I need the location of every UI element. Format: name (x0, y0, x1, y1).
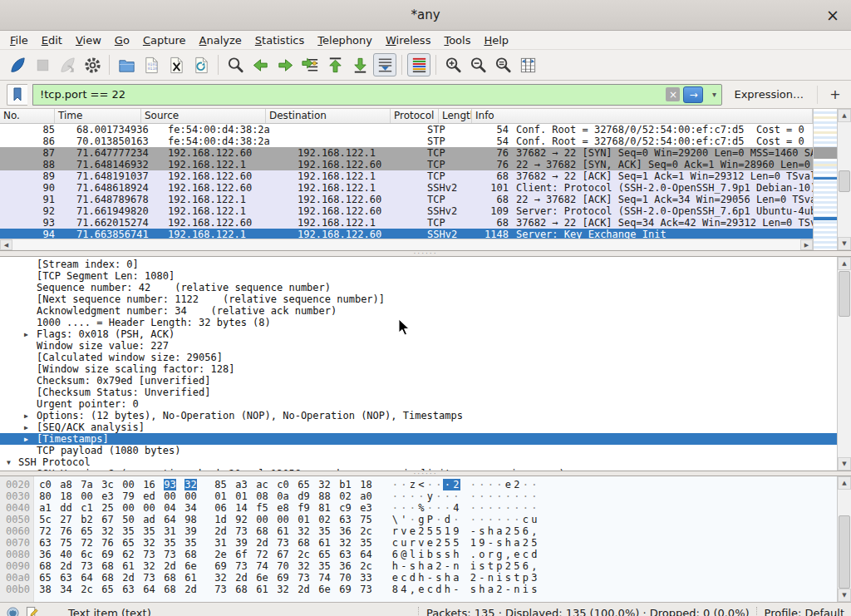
hex-byte[interactable]: 00 (143, 502, 155, 514)
hex-byte[interactable]: a1 (39, 502, 52, 514)
packet-minimap[interactable] (813, 109, 837, 250)
menu-item-view[interactable]: View (69, 32, 108, 48)
go-back-button[interactable] (248, 53, 272, 76)
hex-ascii[interactable]: \'·gP·d·······cu (391, 514, 539, 525)
hex-byte[interactable]: 73 (81, 560, 93, 572)
display-filter-input[interactable]: × → ▾ (32, 84, 722, 106)
hex-byte[interactable]: 68 (235, 584, 248, 595)
hex-byte[interactable]: 73 (235, 525, 248, 537)
hex-byte[interactable]: 61 (318, 537, 331, 549)
hex-byte[interactable]: 5c (39, 514, 52, 525)
hex-row-00a0[interactable]: 00a0656364682d736861322d6e6973747033ecdh… (0, 572, 837, 584)
capture-options-button[interactable] (81, 53, 104, 76)
hex-byte[interactable]: 04 (164, 502, 176, 514)
hex-byte[interactable]: 79 (122, 490, 135, 502)
hex-ascii[interactable]: ecdh-sha2-nistp3 (391, 572, 539, 584)
hex-byte[interactable]: 35 (318, 525, 331, 537)
hex-byte[interactable]: 64 (81, 572, 93, 584)
hex-row-0040[interactable]: 0040a1ddc125000004340614f5e8f981c9e3···%… (0, 502, 837, 514)
detail-line[interactable]: Window size value: 227 (0, 340, 837, 352)
hex-byte[interactable]: 00 (164, 490, 176, 502)
hex-byte[interactable]: 68 (39, 560, 52, 572)
packet-row-86[interactable]: 8670.013850163fe:54:00:d4:38:2aSTP54Conf… (0, 136, 813, 147)
hex-byte[interactable]: 31 (164, 525, 176, 537)
expand-icon[interactable]: ▶ (24, 469, 28, 471)
hex-byte[interactable]: 63 (339, 514, 352, 525)
menu-item-edit[interactable]: Edit (35, 32, 69, 48)
menu-item-tools[interactable]: Tools (437, 32, 477, 48)
detail-line[interactable]: ▶[SEQ/ACK analysis] (0, 421, 837, 433)
filter-bookmark-button[interactable] (7, 84, 27, 106)
menu-item-telephony[interactable]: Telephony (311, 32, 379, 48)
hex-byte[interactable]: 69 (214, 560, 227, 572)
hex-byte[interactable]: 00 (122, 502, 135, 514)
hex-byte[interactable]: 3c (101, 479, 114, 490)
hex-byte[interactable]: 08 (256, 490, 268, 502)
packet-list-vscrollbar[interactable]: ▲ ▼ (837, 109, 851, 250)
menu-item-wireless[interactable]: Wireless (379, 32, 437, 48)
menu-item-analyze[interactable]: Analyze (193, 32, 248, 48)
hex-byte[interactable]: 64 (143, 584, 155, 595)
colorize-button[interactable] (407, 53, 430, 76)
menu-item-statistics[interactable]: Statistics (248, 32, 311, 48)
hex-byte[interactable]: 61 (277, 525, 289, 537)
detail-line[interactable]: Urgent pointer: 0 (0, 398, 837, 410)
detail-line[interactable]: [Checksum Status: Unverified] (0, 387, 837, 398)
hex-byte[interactable]: b1 (339, 479, 352, 490)
hex-byte[interactable]: 36 (39, 549, 52, 560)
packet-list-hscrollbar[interactable]: ◀ ▶ (0, 239, 813, 250)
hex-row-0090[interactable]: 0090682d736861322d6e697374703235362ch-sh… (0, 560, 837, 572)
hex-byte[interactable]: 73 (277, 537, 289, 549)
hex-byte[interactable]: 33 (360, 572, 372, 584)
hex-byte[interactable]: 76 (60, 525, 72, 537)
hex-byte[interactable]: 39 (184, 525, 197, 537)
hex-byte[interactable]: 6c (81, 549, 93, 560)
packet-list-header[interactable]: No.TimeSourceDestinationProtocolLengthIn… (0, 109, 813, 124)
hex-byte[interactable]: 65 (122, 537, 135, 549)
hex-byte[interactable]: 98 (184, 514, 197, 525)
hex-byte[interactable]: 93 (164, 479, 176, 490)
file-open-button[interactable] (115, 53, 138, 76)
hex-byte[interactable]: dd (60, 502, 72, 514)
menu-item-go[interactable]: Go (108, 32, 136, 48)
hex-dump[interactable]: 0020c0a87a3c0016933285a3acc06532b118··z<… (0, 476, 837, 602)
hex-byte[interactable]: 81 (318, 502, 331, 514)
hex-byte[interactable]: 2c (81, 584, 93, 595)
column-header-length[interactable]: Length (439, 109, 472, 123)
menu-item-capture[interactable]: Capture (136, 32, 193, 48)
hex-byte[interactable]: 32 (214, 572, 227, 584)
hex-byte[interactable]: 69 (277, 572, 289, 584)
hex-byte[interactable]: 68 (298, 537, 310, 549)
zoom-out-button[interactable] (466, 53, 489, 76)
hex-byte[interactable]: a8 (60, 479, 72, 490)
hex-byte[interactable]: 34 (184, 502, 197, 514)
vscroll-thumb[interactable] (839, 271, 850, 317)
hex-byte[interactable]: 6e (256, 572, 268, 584)
zoom-100-button[interactable] (491, 53, 514, 76)
hex-byte[interactable]: 72 (256, 549, 268, 560)
hex-byte[interactable]: e3 (360, 502, 372, 514)
hex-byte[interactable]: 0a (277, 490, 289, 502)
hex-byte[interactable]: 32 (318, 479, 331, 490)
hex-byte[interactable]: ad (143, 514, 155, 525)
hex-byte[interactable]: 35 (122, 525, 135, 537)
hex-byte[interactable]: 6e (184, 560, 197, 572)
file-close-button[interactable] (165, 53, 188, 76)
find-packet-button[interactable] (224, 53, 247, 76)
hex-byte[interactable]: 67 (101, 514, 114, 525)
zoom-in-button[interactable] (441, 53, 465, 76)
hex-ascii[interactable]: ····y··········· (391, 490, 539, 502)
hex-byte[interactable]: 18 (360, 479, 372, 490)
scroll-up-icon[interactable]: ▲ (838, 476, 851, 490)
hex-byte[interactable]: 68 (164, 584, 176, 595)
packet-row-93[interactable]: 9371.662015274192.168.122.60192.168.122.… (0, 217, 813, 229)
scroll-up-icon[interactable]: ▲ (838, 109, 851, 122)
details-vscrollbar[interactable]: ▲ ▼ (837, 257, 851, 471)
hex-row-0050[interactable]: 00505c27b26750ad64981d92000001026375\'·g… (0, 514, 837, 525)
auto-scroll-button[interactable] (373, 53, 396, 76)
hex-byte[interactable]: 32 (143, 560, 155, 572)
go-to-packet-button[interactable] (298, 53, 322, 76)
column-header-source[interactable]: Source (141, 109, 266, 123)
hex-byte[interactable]: 67 (277, 549, 289, 560)
hex-ascii[interactable]: 6@libssh.org,ecd (391, 549, 539, 560)
